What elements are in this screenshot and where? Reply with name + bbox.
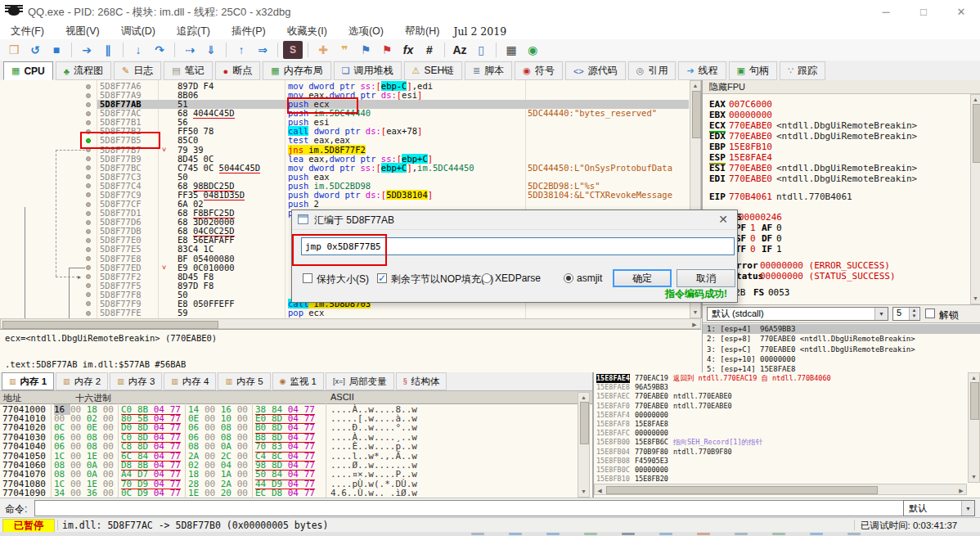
tab-references[interactable]: ◎引用 <box>628 61 677 80</box>
instruction-dot-icon[interactable] <box>86 192 91 197</box>
instruction-dot-icon[interactable] <box>86 238 91 243</box>
stack-vscrollbar[interactable]: ▲ ▼ <box>968 372 980 483</box>
close-button[interactable]: ✕ <box>942 0 980 23</box>
dialog-title-bar[interactable]: 汇编于 5D8F77AB ✕ <box>292 210 737 230</box>
dump-pane[interactable]: ▥内存 1▥内存 2▥内存 3▥内存 4▥内存 5◉监视 1[x=]局部变量§结… <box>0 372 593 498</box>
keep-size-checkbox[interactable] <box>303 273 312 283</box>
arg-count-spinner[interactable]: 5 ▲▼ <box>892 307 920 321</box>
tab-script[interactable]: ≣脚本 <box>465 61 512 80</box>
instruction-dot-icon[interactable] <box>86 129 91 134</box>
maximize-button[interactable]: □ <box>905 0 942 23</box>
menu-item[interactable]: 收藏夹(I) <box>276 25 338 38</box>
disasm-row[interactable]: 5D8F77B585C0test eax,eax <box>0 136 701 145</box>
tab-dump5[interactable]: ▥内存 5 <box>218 372 270 390</box>
instruction-dot-icon[interactable] <box>86 229 91 234</box>
register-row[interactable]: ESP15E8FAE4 <box>703 152 980 163</box>
dump-row[interactable]: 7704109034 00 36 000C D9 04 771E 00 20 0… <box>0 489 592 498</box>
bookmark-button[interactable]: ⚑ <box>377 41 397 59</box>
register-row-eip[interactable]: EIP770B4061ntdll.770B4061 <box>703 191 980 202</box>
asmjit-radio[interactable] <box>564 273 573 283</box>
menu-item[interactable]: 视图(V) <box>55 25 110 38</box>
trace-over-button[interactable]: ⇓ <box>201 41 221 59</box>
register-row[interactable]: ESI770EABE0<ntdll.DbgUiRemoteBreakin> <box>703 163 980 173</box>
hash-analysis-button[interactable]: # <box>420 41 439 59</box>
disasm-row[interactable]: 5D8F77FE59pop ecx <box>0 309 701 318</box>
instruction-dot-icon[interactable] <box>86 265 91 270</box>
stack-row[interactable]: 15E8FB04770B9F80ntdll.770B9F80 <box>594 448 980 457</box>
globe-button[interactable]: ◉ <box>523 41 542 59</box>
argument-row[interactable]: 3: [esp+C] 770EABE0 <ntdll.DbgUiRemoteBr… <box>703 345 980 354</box>
stack-hscrollbar[interactable]: ◀ ▶ <box>594 484 967 495</box>
execute-till-return-button[interactable]: ↑ <box>232 41 251 59</box>
instruction-dot-icon[interactable] <box>86 93 91 98</box>
xedparse-radio[interactable] <box>482 273 492 283</box>
register-row[interactable]: ECX770EABE0<ntdll.DbgUiRemoteBreakin> <box>703 120 980 131</box>
instruction-dot-icon[interactable] <box>86 311 91 316</box>
s-badge-button[interactable]: S <box>283 41 303 59</box>
tab-source[interactable]: <>源代码 <box>565 61 626 80</box>
tab-seh-chain[interactable]: ⚠SEH链 <box>404 61 463 80</box>
stack-row[interactable]: 15E8FAF400000000 <box>594 411 980 420</box>
instruction-dot-icon[interactable] <box>86 220 91 225</box>
stack-row[interactable]: 15E8FB08F45905E3 <box>594 457 980 466</box>
disasm-hscrollbar[interactable]: ▶ <box>0 318 701 329</box>
menu-item[interactable]: 追踪(T) <box>166 25 221 38</box>
patch-button[interactable]: ✚ <box>313 41 333 59</box>
nop-fill-checkbox[interactable] <box>377 273 387 283</box>
register-row[interactable]: EAX007C6000 <box>703 99 980 110</box>
registers-pane[interactable]: 隐藏FPU EAX007C6000EBX00000000ECX770EABE0<… <box>702 80 980 372</box>
tab-call-stack[interactable]: ❏调用堆栈 <box>334 61 402 80</box>
instruction-dot-icon[interactable] <box>86 165 91 170</box>
tab-locals[interactable]: [x=]局部变量 <box>326 372 394 390</box>
instruction-dot-icon[interactable] <box>86 120 91 125</box>
instruction-dot-icon[interactable] <box>86 283 91 288</box>
instruction-dot-icon[interactable] <box>86 274 91 279</box>
tab-notes[interactable]: ▤笔记 <box>164 61 212 80</box>
tab-symbols[interactable]: ◉符号 <box>515 61 563 80</box>
tab-breakpoints[interactable]: ●断点 <box>215 61 261 80</box>
label-button[interactable]: ⚑ <box>356 41 375 59</box>
breakpoint-dot-icon[interactable] <box>86 138 91 143</box>
az-strings-button[interactable]: Aᴢ <box>450 41 470 59</box>
argument-row[interactable]: 5: [esp+14] 15E8FAE8 <box>703 364 980 372</box>
step-over-button[interactable]: ↷ <box>150 41 169 59</box>
instruction-dot-icon[interactable] <box>86 202 91 207</box>
instruction-dot-icon[interactable] <box>86 111 91 116</box>
register-row[interactable]: EBP15E8FB10 <box>703 142 980 152</box>
instruction-dot-icon[interactable] <box>86 301 91 306</box>
run-button[interactable]: ➔ <box>77 41 97 59</box>
step-into-button[interactable]: ↓ <box>128 41 148 59</box>
stack-row[interactable]: 15E8FAE896A59BB3 <box>594 383 980 392</box>
registers-vscrollbar[interactable]: ▲ ▼ <box>970 94 980 304</box>
tab-log[interactable]: ✎日志 <box>114 61 161 80</box>
menu-item[interactable]: 插件(P) <box>221 25 276 38</box>
register-row[interactable]: EDI770EABE0<ntdll.DbgUiRemoteBreakin> <box>703 173 980 184</box>
ok-button[interactable]: 确定 <box>613 269 672 287</box>
tab-dump3[interactable]: ▥内存 3 <box>110 372 162 390</box>
register-row[interactable]: EBX00000000 <box>703 110 980 120</box>
tab-struct[interactable]: §结构体 <box>396 372 447 390</box>
tab-dump4[interactable]: ▥内存 4 <box>164 372 216 390</box>
instruction-dot-icon[interactable] <box>86 292 91 297</box>
restart-button[interactable]: ↺ <box>25 41 45 59</box>
argument-row[interactable]: 2: [esp+8] 770EABE0 <ntdll.DbgUiRemoteBr… <box>703 334 980 344</box>
tab-trace[interactable]: ∵跟踪 <box>780 61 825 80</box>
command-input[interactable] <box>34 500 905 516</box>
stack-row[interactable]: 15E8FAF0770EABE0ntdll.770EABE0 <box>594 402 980 411</box>
run-to-user-code-button[interactable]: ⇒ <box>253 41 272 59</box>
stack-row[interactable]: 15E8FB0C00000000 <box>594 466 980 475</box>
instruction-dot-icon[interactable] <box>86 156 91 161</box>
instruction-dot-icon[interactable] <box>86 256 91 261</box>
instruction-dot-icon[interactable] <box>86 147 91 152</box>
pause-button[interactable]: ∥ <box>98 41 118 59</box>
instruction-dot-icon[interactable] <box>86 183 91 188</box>
hide-fpu-header[interactable]: 隐藏FPU <box>703 80 980 94</box>
stack-pane[interactable]: 15E8FAE4770EAC19返回到 ntdll.770EAC19 自 ntd… <box>593 372 980 498</box>
tab-graph[interactable]: ♣流程图 <box>56 61 111 80</box>
menu-item[interactable]: 选项(O) <box>338 25 394 38</box>
unlock-checkbox[interactable] <box>925 309 935 318</box>
dump-vscrollbar[interactable]: ▲ ▼ <box>578 392 590 498</box>
trace-into-button[interactable]: ⇢ <box>180 41 200 59</box>
command-profile-select[interactable]: 默认 ▼ <box>903 500 975 516</box>
calculator-button[interactable]: ▦ <box>501 41 521 59</box>
